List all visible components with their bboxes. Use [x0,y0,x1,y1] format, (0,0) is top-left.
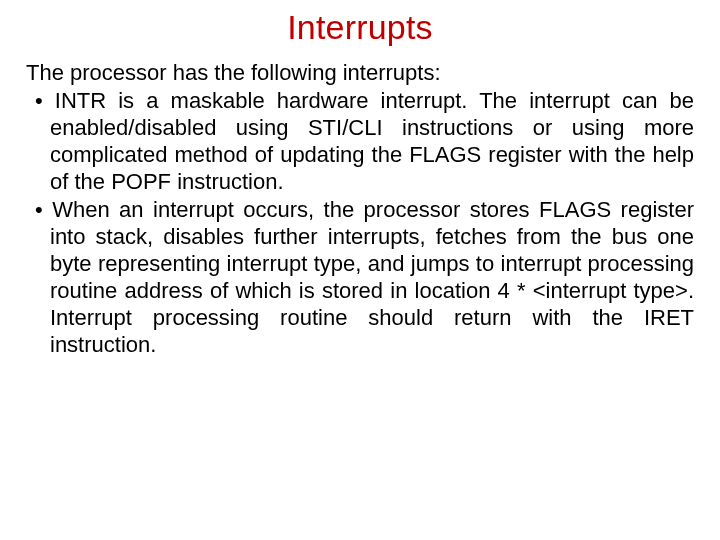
slide-title: Interrupts [26,8,694,47]
slide: Interrupts The processor has the followi… [0,0,720,540]
list-item: INTR is a maskable hardware interrupt. T… [26,87,694,195]
list-item: When an interrupt occurs, the processor … [26,196,694,358]
bullet-list: INTR is a maskable hardware interrupt. T… [26,87,694,358]
intro-text: The processor has the following interrup… [26,59,694,86]
